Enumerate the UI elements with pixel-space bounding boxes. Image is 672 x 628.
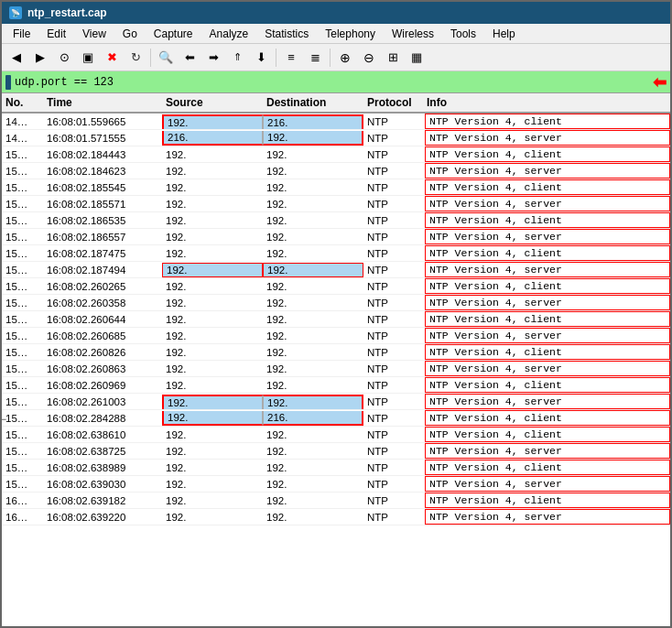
filter-input[interactable] [15, 76, 649, 89]
toolbar-list2[interactable]: ≣ [304, 47, 326, 69]
table-row[interactable]: 14…16:08:01.571555216.192.NTPNTP Version… [2, 130, 670, 146]
table-row[interactable]: 15…16:08:02.638989192.192.NTPNTP Version… [2, 460, 670, 476]
menu-item-help[interactable]: Help [485, 26, 523, 42]
table-row[interactable]: 15…16:08:02.184443192.192.NTPNTP Version… [2, 146, 670, 163]
toolbar-target[interactable]: ⊙ [53, 47, 75, 69]
table-row[interactable]: 15…16:08:02.260969192.192.NTPNTP Version… [2, 377, 670, 394]
table-row[interactable]: 15…16:08:02.260826192.192.NTPNTP Version… [2, 344, 670, 361]
cell-protocol: NTP [363, 297, 423, 309]
cell-destination: 192. [263, 148, 363, 161]
cell-no: 15… [2, 198, 43, 211]
table-row[interactable]: 15…16:08:02.638610192.192.NTPNTP Version… [2, 427, 670, 443]
cell-protocol: NTP [363, 445, 423, 458]
table-row[interactable]: 15…16:08:02.187475192.192.NTPNTP Version… [2, 245, 670, 262]
toolbar-grid[interactable]: ▦ [406, 47, 428, 69]
menu-item-tools[interactable]: Tools [443, 26, 483, 42]
toolbar-back[interactable]: ◀ [5, 47, 27, 69]
cell-no: 15… [2, 346, 43, 359]
table-row[interactable]: 15…16:08:02.260265192.192.NTPNTP Version… [2, 278, 670, 295]
cell-destination: 192. [263, 330, 363, 342]
table-row[interactable]: 15…16:08:02.261003192.192.NTPNTP Version… [2, 394, 670, 410]
toolbar-left[interactable]: ⬅ [179, 47, 201, 69]
menu-item-view[interactable]: View [75, 26, 114, 42]
table-row[interactable]: 15…16:08:02.260644192.192.NTPNTP Version… [2, 311, 670, 328]
table-row[interactable]: 15…16:08:02.638725192.192.NTPNTP Version… [2, 443, 670, 460]
table-row[interactable]: 15…16:08:02.185545192.192.NTPNTP Version… [2, 179, 670, 196]
cell-time: 16:08:02.260358 [43, 297, 162, 309]
cell-info: NTP Version 4, client [425, 410, 670, 426]
toolbar-search[interactable]: 🔍 [155, 47, 177, 69]
toolbar-refresh[interactable]: ↻ [125, 47, 146, 69]
cell-source: 192. [162, 445, 263, 458]
menu-item-edit[interactable]: Edit [39, 26, 73, 42]
cell-info: NTP Version 4, server [425, 361, 670, 376]
cell-time: 16:08:02.639182 [43, 494, 162, 507]
table-row[interactable]: 15…16:08:02.185571192.192.NTPNTP Version… [2, 196, 670, 212]
cell-protocol: NTP [363, 247, 423, 260]
cell-source: 192. [162, 165, 263, 178]
toolbar-close[interactable]: ✖ [101, 47, 123, 69]
menu-item-capture[interactable]: Capture [146, 26, 201, 42]
cell-protocol: NTP [363, 511, 423, 524]
menu-item-file[interactable]: File [5, 26, 38, 42]
cell-time: 16:08:02.639220 [43, 511, 162, 524]
cell-time: 16:08:02.187494 [43, 264, 162, 276]
table-row[interactable]: 15…16:08:02.639030192.192.NTPNTP Version… [2, 476, 670, 493]
cell-time: 16:08:02.260644 [43, 313, 162, 326]
cell-protocol: NTP [363, 280, 423, 293]
cell-source: 192. [162, 231, 263, 244]
cell-source: 192. [162, 511, 263, 524]
table-row[interactable]: 15…16:08:02.187494192.192.NTPNTP Version… [2, 262, 670, 278]
table-row[interactable]: 15…⌐16:08:02.284288192.216.NTPNTP Versio… [2, 410, 670, 427]
toolbar-down[interactable]: ⬇ [250, 47, 272, 69]
cell-protocol: NTP [363, 428, 423, 441]
packet-rows-container: 14…16:08:01.559665192.216.NTPNTP Version… [2, 114, 670, 626]
toolbar-up[interactable]: ⇑ [226, 47, 248, 69]
table-row[interactable]: 15…16:08:02.186535192.192.NTPNTP Version… [2, 212, 670, 229]
toolbar-zoom-out[interactable]: ⊖ [358, 47, 380, 69]
table-row[interactable]: 15…16:08:02.184623192.192.NTPNTP Version… [2, 163, 670, 179]
menu-item-analyze[interactable]: Analyze [202, 26, 256, 42]
cell-no: 15… [2, 165, 43, 178]
toolbar-zoom-in[interactable]: ⊕ [334, 47, 356, 69]
cell-no: 15… [2, 148, 43, 161]
cell-time: 16:08:02.639030 [43, 478, 162, 491]
cell-time: 16:08:02.260969 [43, 379, 162, 392]
cell-source: 192. [162, 214, 263, 227]
table-row[interactable]: 15…16:08:02.260358192.192.NTPNTP Version… [2, 295, 670, 311]
menu-item-go[interactable]: Go [115, 26, 145, 42]
toolbar-list1[interactable]: ≡ [280, 47, 302, 69]
cell-no: 15… [2, 428, 43, 441]
col-header-info: Info [423, 95, 670, 110]
cell-protocol: NTP [363, 330, 423, 342]
bracket-icon: ⌐ [2, 413, 6, 426]
table-row[interactable]: 14…16:08:01.559665192.216.NTPNTP Version… [2, 114, 670, 130]
toolbar-file[interactable]: ▣ [77, 47, 99, 69]
table-row[interactable]: 16…16:08:02.639182192.192.NTPNTP Version… [2, 493, 670, 509]
cell-destination: 192. [263, 165, 363, 178]
toolbar-right[interactable]: ➡ [202, 47, 224, 69]
cell-time: 16:08:02.184443 [43, 148, 162, 161]
cell-protocol: NTP [363, 395, 423, 408]
menu-item-wireless[interactable]: Wireless [385, 26, 441, 42]
cell-info: NTP Version 4, client [425, 212, 670, 228]
cell-time: 16:08:02.638610 [43, 428, 162, 441]
table-row[interactable]: 15…16:08:02.260685192.192.NTPNTP Version… [2, 328, 670, 344]
cell-info: NTP Version 4, client [425, 245, 670, 261]
toolbar-sep3 [330, 49, 331, 67]
toolbar-forward[interactable]: ▶ [29, 47, 51, 69]
cell-no: 16… [2, 494, 43, 507]
table-row[interactable]: 16…16:08:02.639220192.192.NTPNTP Version… [2, 509, 670, 525]
table-row[interactable]: 15…16:08:02.260863192.192.NTPNTP Version… [2, 361, 670, 377]
cell-info: NTP Version 4, server [425, 328, 670, 343]
cell-time: 16:08:02.261003 [43, 395, 162, 408]
cell-no: 15… [2, 264, 43, 276]
table-row[interactable]: 15…16:08:02.186557192.192.NTPNTP Version… [2, 229, 670, 245]
menu-item-telephony[interactable]: Telephony [318, 26, 383, 42]
window-title: ntp_restart.cap [27, 6, 107, 19]
cell-destination: 192. [263, 297, 363, 309]
menu-item-statistics[interactable]: Statistics [257, 26, 316, 42]
cell-source: 192. [162, 363, 263, 375]
toolbar-zoom-fit[interactable]: ⊞ [382, 47, 404, 69]
main-window: 📡 ntp_restart.cap FileEditViewGoCaptureA… [0, 0, 672, 628]
